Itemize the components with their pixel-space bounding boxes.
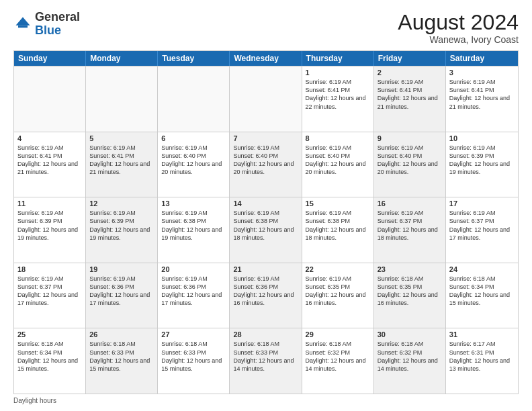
calendar-cell [230,66,302,132]
calendar-cell: 10Sunrise: 6:19 AM Sunset: 6:39 PM Dayli… [446,132,518,197]
cell-details: Sunrise: 6:19 AM Sunset: 6:41 PM Dayligh… [378,78,442,111]
cell-details: Sunrise: 6:19 AM Sunset: 6:40 PM Dayligh… [378,144,442,177]
cell-details: Sunrise: 6:19 AM Sunset: 6:36 PM Dayligh… [89,275,154,308]
cell-details: Sunrise: 6:19 AM Sunset: 6:36 PM Dayligh… [233,275,298,308]
day-of-week-header: Friday [374,51,446,66]
calendar-cell: 9Sunrise: 6:19 AM Sunset: 6:40 PM Daylig… [374,132,446,197]
cell-details: Sunrise: 6:19 AM Sunset: 6:38 PM Dayligh… [233,209,298,242]
cell-details: Sunrise: 6:19 AM Sunset: 6:41 PM Dayligh… [306,78,370,111]
calendar-cell: 12Sunrise: 6:19 AM Sunset: 6:39 PM Dayli… [86,197,158,263]
day-number: 20 [161,265,226,273]
calendar-cell: 14Sunrise: 6:19 AM Sunset: 6:38 PM Dayli… [230,197,302,263]
cell-details: Sunrise: 6:18 AM Sunset: 6:33 PM Dayligh… [233,340,298,373]
month-year: August 2024 [398,11,519,34]
calendar-cell: 18Sunrise: 6:19 AM Sunset: 6:37 PM Dayli… [14,263,86,328]
day-number: 8 [306,134,370,142]
header: General Blue August 2024 Wanewa, Ivory C… [13,11,519,45]
logo-general: General [35,10,80,24]
calendar-row: 18Sunrise: 6:19 AM Sunset: 6:37 PM Dayli… [14,263,518,328]
day-number: 14 [233,199,298,208]
calendar-row: 4Sunrise: 6:19 AM Sunset: 6:41 PM Daylig… [14,132,518,197]
calendar-cell: 22Sunrise: 6:19 AM Sunset: 6:35 PM Dayli… [302,263,374,328]
logo-text: General Blue [35,11,80,38]
day-number: 5 [89,134,154,142]
calendar-header: SundayMondayTuesdayWednesdayThursdayFrid… [14,51,518,66]
day-number: 19 [89,265,154,273]
calendar-cell: 17Sunrise: 6:19 AM Sunset: 6:37 PM Dayli… [446,197,518,263]
day-number: 13 [161,199,226,208]
day-number: 18 [17,265,82,273]
day-number: 28 [233,330,298,338]
calendar-cell [158,66,230,132]
day-number: 31 [449,330,515,338]
calendar-row: 11Sunrise: 6:19 AM Sunset: 6:39 PM Dayli… [14,197,518,263]
footer-label: Daylight hours [13,397,56,404]
calendar-cell: 31Sunrise: 6:17 AM Sunset: 6:31 PM Dayli… [446,328,518,394]
calendar-cell: 19Sunrise: 6:19 AM Sunset: 6:36 PM Dayli… [86,263,158,328]
day-number: 16 [378,199,442,208]
cell-details: Sunrise: 6:18 AM Sunset: 6:34 PM Dayligh… [17,340,82,373]
cell-details: Sunrise: 6:18 AM Sunset: 6:34 PM Dayligh… [449,275,515,308]
cell-details: Sunrise: 6:18 AM Sunset: 6:32 PM Dayligh… [306,340,370,373]
calendar-cell: 30Sunrise: 6:18 AM Sunset: 6:32 PM Dayli… [374,328,446,394]
cell-details: Sunrise: 6:18 AM Sunset: 6:33 PM Dayligh… [161,340,226,373]
calendar-cell: 29Sunrise: 6:18 AM Sunset: 6:32 PM Dayli… [302,328,374,394]
calendar-cell: 2Sunrise: 6:19 AM Sunset: 6:41 PM Daylig… [374,66,446,132]
cell-details: Sunrise: 6:19 AM Sunset: 6:41 PM Dayligh… [17,144,82,177]
day-number: 24 [449,265,515,273]
cell-details: Sunrise: 6:18 AM Sunset: 6:33 PM Dayligh… [89,340,154,373]
cell-details: Sunrise: 6:17 AM Sunset: 6:31 PM Dayligh… [449,340,515,373]
calendar-cell: 24Sunrise: 6:18 AM Sunset: 6:34 PM Dayli… [446,263,518,328]
day-number: 4 [17,134,82,142]
day-of-week-header: Saturday [446,51,518,66]
day-number: 23 [378,265,442,273]
day-of-week-header: Sunday [14,51,86,66]
day-number: 21 [233,265,298,273]
calendar-cell: 26Sunrise: 6:18 AM Sunset: 6:33 PM Dayli… [86,328,158,394]
cell-details: Sunrise: 6:18 AM Sunset: 6:32 PM Dayligh… [378,340,442,373]
cell-details: Sunrise: 6:19 AM Sunset: 6:38 PM Dayligh… [306,209,370,242]
day-of-week-header: Thursday [302,51,374,66]
calendar-cell: 8Sunrise: 6:19 AM Sunset: 6:40 PM Daylig… [302,132,374,197]
day-number: 25 [17,330,82,338]
calendar-cell: 16Sunrise: 6:19 AM Sunset: 6:37 PM Dayli… [374,197,446,263]
day-number: 10 [449,134,515,142]
cell-details: Sunrise: 6:19 AM Sunset: 6:40 PM Dayligh… [306,144,370,177]
calendar-row: 25Sunrise: 6:18 AM Sunset: 6:34 PM Dayli… [14,328,518,394]
svg-marker-0 [16,17,30,25]
cell-details: Sunrise: 6:19 AM Sunset: 6:40 PM Dayligh… [233,144,298,177]
day-number: 2 [378,68,442,77]
calendar-cell: 15Sunrise: 6:19 AM Sunset: 6:38 PM Dayli… [302,197,374,263]
calendar-cell: 27Sunrise: 6:18 AM Sunset: 6:33 PM Dayli… [158,328,230,394]
cell-details: Sunrise: 6:19 AM Sunset: 6:37 PM Dayligh… [17,275,82,308]
day-number: 12 [89,199,154,208]
cell-details: Sunrise: 6:19 AM Sunset: 6:37 PM Dayligh… [449,209,515,242]
calendar: SundayMondayTuesdayWednesdayThursdayFrid… [13,50,519,394]
calendar-cell: 6Sunrise: 6:19 AM Sunset: 6:40 PM Daylig… [158,132,230,197]
footer-note: Daylight hours [13,397,519,404]
cell-details: Sunrise: 6:19 AM Sunset: 6:41 PM Dayligh… [89,144,154,177]
day-number: 9 [378,134,442,142]
cell-details: Sunrise: 6:19 AM Sunset: 6:40 PM Dayligh… [161,144,226,177]
cell-details: Sunrise: 6:19 AM Sunset: 6:39 PM Dayligh… [89,209,154,242]
calendar-cell: 25Sunrise: 6:18 AM Sunset: 6:34 PM Dayli… [14,328,86,394]
calendar-cell: 1Sunrise: 6:19 AM Sunset: 6:41 PM Daylig… [302,66,374,132]
day-number: 15 [306,199,370,208]
calendar-cell: 3Sunrise: 6:19 AM Sunset: 6:41 PM Daylig… [446,66,518,132]
calendar-cell [86,66,158,132]
day-of-week-header: Monday [86,51,158,66]
day-number: 27 [161,330,226,338]
calendar-row: 1Sunrise: 6:19 AM Sunset: 6:41 PM Daylig… [14,66,518,132]
day-number: 30 [378,330,442,338]
cell-details: Sunrise: 6:18 AM Sunset: 6:35 PM Dayligh… [378,275,442,308]
calendar-body: 1Sunrise: 6:19 AM Sunset: 6:41 PM Daylig… [14,66,518,394]
day-number: 1 [306,68,370,77]
calendar-cell: 28Sunrise: 6:18 AM Sunset: 6:33 PM Dayli… [230,328,302,394]
page: General Blue August 2024 Wanewa, Ivory C… [0,0,532,411]
svg-rect-1 [18,26,28,28]
calendar-cell: 23Sunrise: 6:18 AM Sunset: 6:35 PM Dayli… [374,263,446,328]
day-number: 11 [17,199,82,208]
calendar-cell: 5Sunrise: 6:19 AM Sunset: 6:41 PM Daylig… [86,132,158,197]
day-number: 7 [233,134,298,142]
day-number: 26 [89,330,154,338]
